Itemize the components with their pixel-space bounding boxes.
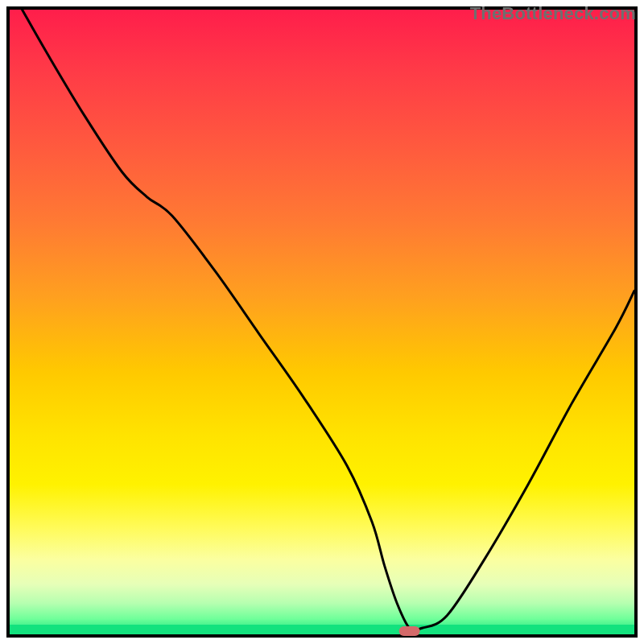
- optimal-marker: [399, 626, 420, 636]
- baseline-strip: [10, 625, 634, 634]
- watermark-text: TheBottleneck.com: [470, 3, 636, 24]
- gradient-background: [10, 10, 634, 634]
- chart-container: TheBottleneck.com: [0, 0, 644, 644]
- bottleneck-chart: [0, 0, 644, 644]
